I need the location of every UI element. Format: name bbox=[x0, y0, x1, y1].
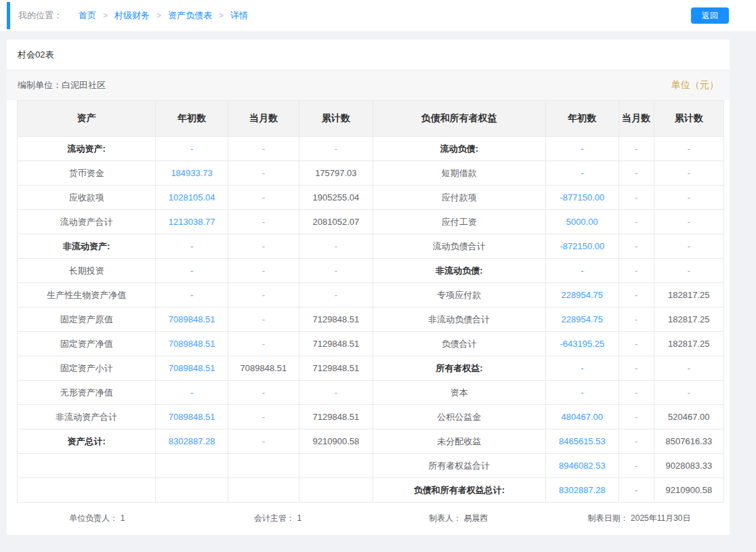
year-begin-value[interactable]: - bbox=[546, 356, 618, 381]
table-row: 固定资产原值7089848.51-7129848.51非流动负债合计228954… bbox=[18, 307, 724, 332]
current-month-value bbox=[228, 478, 299, 503]
current-month-value: - bbox=[228, 405, 299, 429]
accumulated-value: 7129848.51 bbox=[299, 405, 373, 429]
breadcrumb-item[interactable]: 详情 bbox=[230, 9, 248, 22]
asset-item-label: 无形资产净值 bbox=[18, 381, 156, 405]
accumulated-value bbox=[299, 454, 373, 478]
year-begin-value[interactable]: - bbox=[156, 283, 228, 307]
accumulated-value: 182817.25 bbox=[654, 283, 723, 307]
year-begin-value[interactable]: - bbox=[156, 381, 228, 405]
back-button[interactable]: 返回 bbox=[691, 7, 729, 24]
liability-item-label: 应付款项 bbox=[373, 186, 546, 210]
table-row: 非流动资产:---流动负债合计-872150.00-- bbox=[18, 234, 724, 259]
year-begin-value[interactable]: 5000.00 bbox=[546, 210, 618, 234]
accumulated-value: - bbox=[654, 161, 723, 186]
current-month-value: - bbox=[618, 478, 654, 503]
asset-item-label: 流动资产: bbox=[18, 137, 156, 161]
accumulated-value: - bbox=[654, 356, 723, 381]
accumulated-value: - bbox=[654, 210, 723, 234]
footer-item: 会计主管： 1 bbox=[188, 513, 369, 524]
current-month-value: - bbox=[618, 137, 654, 161]
breadcrumb-item[interactable]: 首页 bbox=[79, 9, 96, 22]
current-month-value: - bbox=[228, 307, 299, 332]
current-month-value: 7089848.51 bbox=[228, 356, 299, 381]
year-begin-value bbox=[156, 454, 228, 478]
year-begin-value[interactable]: 1213038.77 bbox=[156, 210, 228, 234]
year-begin-value[interactable]: 7089848.51 bbox=[156, 307, 228, 332]
year-begin-value[interactable]: - bbox=[156, 259, 228, 283]
current-month-value: - bbox=[228, 429, 299, 454]
asset-item-label: 固定资产原值 bbox=[18, 307, 156, 332]
accumulated-value: 8507616.33 bbox=[654, 429, 723, 454]
year-begin-value[interactable]: 7089848.51 bbox=[156, 356, 228, 381]
liability-item-label: 短期借款 bbox=[373, 161, 546, 186]
accumulated-value: 9210900.58 bbox=[299, 429, 373, 454]
current-month-value: - bbox=[228, 137, 299, 161]
liability-item-label: 未分配收益 bbox=[373, 429, 546, 454]
year-begin-value[interactable]: 8946082.53 bbox=[546, 454, 618, 478]
asset-item-label bbox=[18, 454, 156, 478]
accumulated-value: 7129848.51 bbox=[299, 332, 373, 356]
accumulated-value: 520467.00 bbox=[654, 405, 723, 429]
year-begin-value[interactable]: 8465615.53 bbox=[546, 429, 618, 454]
table-row: 非流动资产合计7089848.51-7129848.51公积公益金480467.… bbox=[18, 405, 724, 429]
year-begin-value[interactable]: - bbox=[156, 137, 228, 161]
footer-item: 单位负责人： 1 bbox=[7, 513, 188, 524]
year-begin-value[interactable]: 480467.00 bbox=[546, 405, 618, 429]
asset-item-label: 固定资产小计 bbox=[18, 356, 156, 381]
year-begin-value[interactable]: -872150.00 bbox=[546, 234, 618, 259]
accumulated-value: 175797.03 bbox=[299, 161, 373, 186]
asset-item-label: 长期投资 bbox=[18, 259, 156, 283]
compile-unit-value: 白泥田社区 bbox=[62, 80, 106, 90]
year-begin-value[interactable]: 228954.75 bbox=[546, 307, 618, 332]
report-title: 村会02表 bbox=[7, 39, 730, 70]
breadcrumb-item[interactable]: 资产负债表 bbox=[168, 9, 212, 22]
year-begin-value[interactable]: 8302887.28 bbox=[546, 478, 618, 503]
column-header: 当月数 bbox=[228, 101, 299, 137]
year-begin-value[interactable]: 184933.73 bbox=[156, 161, 228, 186]
table-row: 长期投资---非流动负债:--- bbox=[18, 259, 724, 283]
year-begin-value[interactable]: - bbox=[546, 259, 618, 283]
balance-sheet-table-wrap: 资产年初数当月数累计数负债和所有者权益年初数当月数累计数 流动资产:---流动负… bbox=[7, 100, 730, 503]
current-month-value bbox=[228, 454, 299, 478]
year-begin-value[interactable]: -877150.00 bbox=[546, 186, 618, 210]
year-begin-value[interactable]: - bbox=[546, 161, 618, 186]
current-month-value: - bbox=[228, 259, 299, 283]
table-row: 负债和所有者权益总计:8302887.28-9210900.58 bbox=[18, 478, 724, 503]
year-begin-value[interactable]: 1028105.04 bbox=[156, 186, 228, 210]
current-month-value: - bbox=[228, 381, 299, 405]
breadcrumb-separator: > bbox=[219, 11, 224, 20]
year-begin-value[interactable]: - bbox=[546, 381, 618, 405]
current-month-value: - bbox=[618, 283, 654, 307]
breadcrumb-label: 我的位置： bbox=[18, 9, 62, 22]
accumulated-value: - bbox=[654, 259, 723, 283]
asset-item-label: 生产性生物资产净值 bbox=[18, 283, 156, 307]
footer-item: 制表日期： 2025年11月30日 bbox=[549, 513, 730, 524]
liability-item-label: 负债和所有者权益总计: bbox=[373, 478, 546, 503]
footer-item: 制表人： 易晨西 bbox=[369, 513, 549, 524]
column-header: 年初数 bbox=[156, 101, 228, 137]
accumulated-value: - bbox=[299, 381, 373, 405]
year-begin-value[interactable]: 228954.75 bbox=[546, 283, 618, 307]
balance-sheet-table: 资产年初数当月数累计数负债和所有者权益年初数当月数累计数 流动资产:---流动负… bbox=[17, 100, 724, 503]
accumulated-value: - bbox=[654, 234, 723, 259]
breadcrumb-item[interactable]: 村级财务 bbox=[114, 9, 150, 22]
year-begin-value[interactable]: 7089848.51 bbox=[156, 332, 228, 356]
asset-item-label: 资产总计: bbox=[18, 429, 156, 454]
year-begin-value[interactable]: - bbox=[546, 137, 618, 161]
accumulated-value: 7129848.51 bbox=[299, 356, 373, 381]
asset-item-label: 固定资产净值 bbox=[18, 332, 156, 356]
year-begin-value[interactable]: 7089848.51 bbox=[156, 405, 228, 429]
column-header: 累计数 bbox=[654, 101, 723, 137]
liability-item-label: 流动负债合计 bbox=[373, 234, 546, 259]
year-begin-value[interactable]: - bbox=[156, 234, 228, 259]
asset-item-label bbox=[18, 478, 156, 503]
current-month-value: - bbox=[228, 234, 299, 259]
liability-item-label: 非流动负债: bbox=[373, 259, 546, 283]
year-begin-value[interactable]: -643195.25 bbox=[546, 332, 618, 356]
year-begin-value[interactable]: 8302887.28 bbox=[156, 429, 228, 454]
current-month-value: - bbox=[618, 259, 654, 283]
breadcrumb-bar: 我的位置： 首页>村级财务>资产负债表>详情 返回 bbox=[0, 0, 756, 31]
current-month-value: - bbox=[618, 210, 654, 234]
table-row: 无形资产净值---资本--- bbox=[18, 381, 724, 405]
